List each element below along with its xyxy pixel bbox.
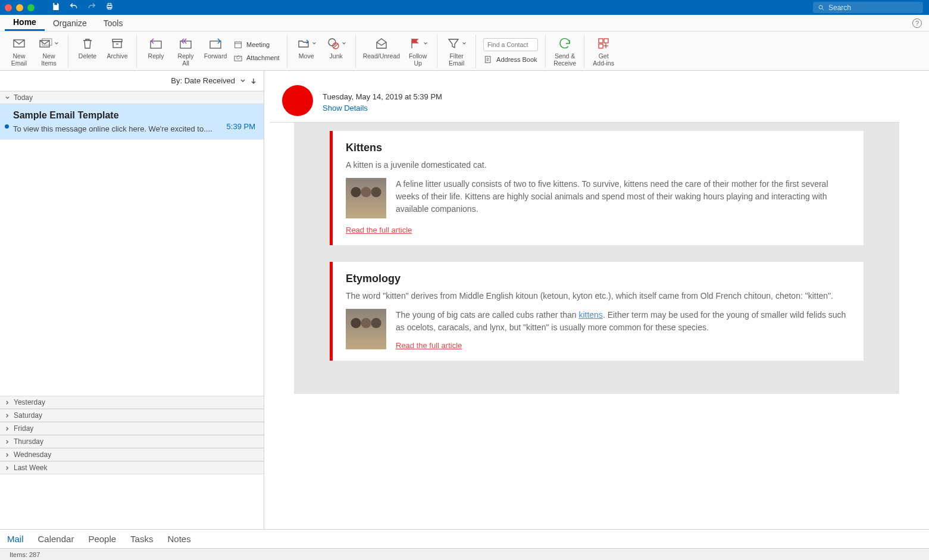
ribbon-group-sendreceive: Send & Receive (546, 35, 584, 68)
chevron-right-icon (5, 400, 10, 405)
message-list-pane: By: Date Received Today Sample Email Tem… (0, 71, 264, 529)
nav-mail[interactable]: Mail (7, 534, 24, 544)
read-full-article-link[interactable]: Read the full article (346, 226, 412, 234)
close-window-button[interactable] (5, 4, 12, 11)
archive-button[interactable]: Archive (105, 35, 129, 60)
redo-icon[interactable] (87, 2, 96, 13)
group-header-yesterday[interactable]: Yesterday (0, 396, 264, 409)
ribbon-group-new: New Email New Items (5, 35, 68, 68)
ribbon: New Email New Items Delete Archive Reply… (0, 32, 929, 71)
message-date: Tuesday, May 14, 2019 at 5:39 PM (323, 92, 442, 101)
article-title: Kittens (346, 142, 849, 154)
svg-rect-2 (108, 4, 111, 5)
article-body: The young of big cats are called cubs ra… (396, 309, 849, 334)
svg-point-18 (329, 39, 336, 46)
menu-tab-organize[interactable]: Organize (45, 15, 95, 31)
forward-button[interactable]: Forward (204, 35, 227, 60)
delete-button[interactable]: Delete (76, 35, 99, 60)
quick-access-toolbar (51, 2, 114, 13)
article-body: A feline litter usually consists of two … (396, 178, 849, 215)
nav-tasks[interactable]: Tasks (130, 534, 153, 544)
print-icon[interactable] (105, 2, 114, 13)
send-receive-button[interactable]: Send & Receive (553, 35, 577, 67)
chevron-right-icon (5, 439, 10, 445)
group-header-friday[interactable]: Friday (0, 422, 264, 435)
svg-rect-10 (113, 42, 121, 48)
save-icon[interactable] (51, 2, 61, 13)
mail-item[interactable]: Sample Email Template 5:39 PM To view th… (0, 104, 264, 140)
svg-rect-26 (599, 44, 603, 48)
calendar-icon (233, 40, 243, 49)
svg-rect-15 (235, 42, 242, 48)
ribbon-group-addins: Get Add-ins (584, 35, 623, 68)
svg-rect-17 (234, 56, 242, 61)
get-addins-button[interactable]: Get Add-ins (592, 35, 615, 67)
reply-all-button[interactable]: Reply All (174, 35, 198, 67)
read-unread-button[interactable]: Read/Unread (363, 35, 400, 60)
article-thumbnail (346, 309, 386, 349)
minimize-window-button[interactable] (16, 4, 23, 11)
address-book-button[interactable]: Address Book (483, 55, 538, 64)
chevron-right-icon (5, 413, 10, 418)
ribbon-group-find: Address Book (476, 35, 546, 68)
article-card-etymology: Etymology The word "kitten" derives from… (330, 262, 864, 361)
unread-indicator (5, 124, 9, 129)
group-header-today[interactable]: Today (0, 91, 264, 104)
funnel-icon (446, 36, 461, 51)
group-header-saturday[interactable]: Saturday (0, 409, 264, 422)
mail-preview: To view this message online click here. … (13, 124, 255, 133)
nav-calendar[interactable]: Calendar (38, 534, 74, 544)
envelope-open-icon (374, 36, 389, 51)
find-contact-input[interactable] (483, 38, 538, 51)
reply-button[interactable]: Reply (144, 35, 168, 60)
svg-rect-24 (599, 39, 603, 43)
new-email-button[interactable]: New Email (7, 35, 31, 67)
forward-icon (208, 36, 223, 51)
menu-tab-tools[interactable]: Tools (95, 15, 132, 31)
chevron-down-icon (5, 95, 10, 101)
ribbon-group-tags: Read/Unread Follow Up (356, 35, 437, 68)
read-full-article-link[interactable]: Read the full article (396, 341, 462, 350)
chevron-right-icon (5, 465, 10, 471)
ribbon-group-delete: Delete Archive (68, 35, 137, 68)
menu-tab-home[interactable]: Home (5, 15, 45, 31)
filter-email-button[interactable]: Filter Email (445, 35, 468, 67)
message-body: Kittens A kitten is a juvenile domestica… (294, 123, 899, 394)
search-placeholder: Search (828, 4, 851, 12)
show-details-link[interactable]: Show Details (323, 104, 442, 112)
search-icon (818, 4, 825, 11)
mail-subject: Sample Email Template (13, 110, 255, 121)
move-button[interactable]: Move (295, 35, 318, 60)
nav-people[interactable]: People (88, 534, 116, 544)
follow-up-button[interactable]: Follow Up (406, 35, 430, 67)
group-header-thursday[interactable]: Thursday (0, 435, 264, 448)
maximize-window-button[interactable] (27, 4, 35, 11)
nav-notes[interactable]: Notes (167, 534, 190, 544)
address-book-icon (483, 55, 493, 64)
junk-button[interactable]: Junk (324, 35, 348, 60)
ribbon-group-respond: Reply Reply All Forward Meeting Attachme… (137, 35, 287, 68)
message-header: Tuesday, May 14, 2019 at 5:39 PM Show De… (270, 71, 899, 123)
kittens-link[interactable]: kittens (578, 310, 602, 320)
article-thumbnail (346, 178, 386, 218)
group-header-wednesday[interactable]: Wednesday (0, 448, 264, 461)
sender-avatar (282, 85, 313, 116)
new-items-button[interactable]: New Items (37, 35, 61, 67)
undo-icon[interactable] (69, 2, 79, 13)
attachment-button[interactable]: Attachment (233, 53, 280, 62)
group-header-last-week[interactable]: Last Week (0, 461, 264, 474)
article-card-kittens: Kittens A kitten is a juvenile domestica… (330, 131, 864, 245)
meeting-button[interactable]: Meeting (233, 40, 280, 49)
arrow-down-icon[interactable] (251, 78, 257, 84)
nav-tabs: Mail Calendar People Tasks Notes (0, 529, 929, 548)
addins-icon (596, 36, 611, 51)
svg-line-5 (822, 8, 824, 10)
search-box[interactable]: Search (813, 2, 923, 13)
help-icon[interactable]: ? (912, 18, 922, 28)
attachment-icon (233, 53, 243, 62)
svg-rect-0 (54, 3, 57, 5)
sync-icon (558, 36, 572, 51)
sort-bar[interactable]: By: Date Received (0, 71, 264, 91)
respond-extras: Meeting Attachment (233, 35, 280, 68)
move-icon (296, 36, 311, 51)
